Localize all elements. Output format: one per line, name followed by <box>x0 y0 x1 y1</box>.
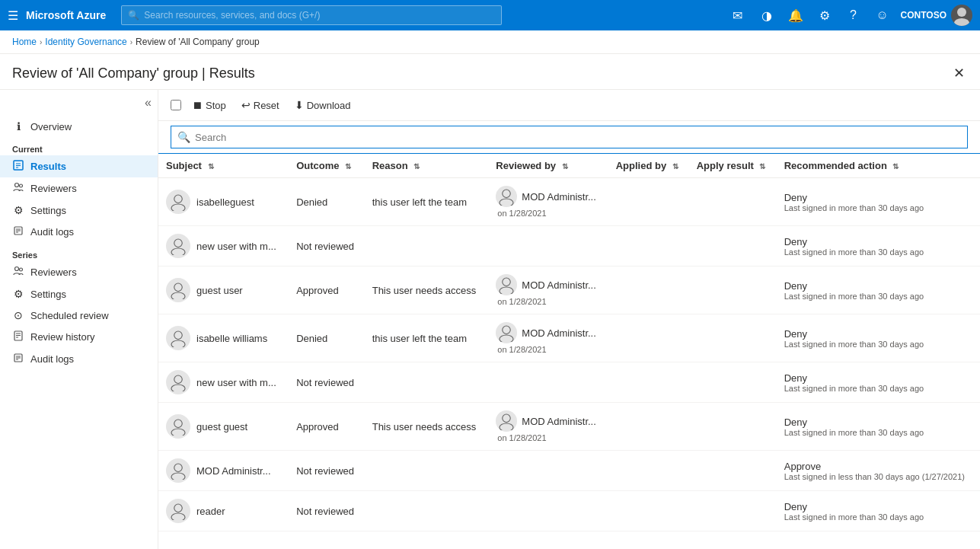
svg-point-32 <box>174 331 183 340</box>
main-panel: ⏹ Stop ↩ Reset ⬇ Download 🔍 <box>158 90 980 549</box>
results-table: Subject ⇅ Outcome ⇅ Reason ⇅ <box>158 154 980 531</box>
cell-outcome: Not reviewed <box>289 362 365 403</box>
alerts-icon[interactable]: 🔔 <box>784 3 808 27</box>
cell-reason: This user needs access <box>365 403 489 451</box>
col-apply-result[interactable]: Apply result ⇅ <box>689 154 777 178</box>
sidebar-results-label: Results <box>30 161 66 172</box>
sidebar-collapse-button[interactable]: « <box>0 96 158 116</box>
cell-recommended-action: ApproveLast signed in less than 30 days … <box>777 451 980 491</box>
cell-applied-by <box>608 314 689 362</box>
subject-avatar <box>166 234 190 258</box>
search-input-wrapper: 🔍 <box>171 126 968 148</box>
stop-checkbox[interactable] <box>171 100 181 110</box>
sidebar-item-audit-current[interactable]: Audit logs <box>0 221 158 243</box>
rec-detail-label: Last signed in less than 30 days ago (1/… <box>784 472 972 481</box>
cell-outcome: Not reviewed <box>289 226 365 267</box>
series-section-label: Series <box>0 246 158 261</box>
global-search-bar[interactable]: 🔍 Search resources, services, and docs (… <box>121 5 502 25</box>
close-button[interactable]: ✕ <box>950 62 968 85</box>
settings-icon[interactable]: ⚙ <box>812 3 837 27</box>
subject-avatar <box>166 190 190 214</box>
cloud-shell-icon[interactable]: ◑ <box>755 3 779 27</box>
table-container: Subject ⇅ Outcome ⇅ Reason ⇅ <box>158 154 980 549</box>
feedback-icon[interactable]: ☺ <box>870 3 895 27</box>
svg-point-37 <box>171 385 185 391</box>
settings-current-icon: ⚙ <box>12 204 24 216</box>
stop-icon: ⏹ <box>192 99 203 111</box>
current-section-label: Current <box>0 140 158 155</box>
cell-recommended-action: DenyLast signed in more than 30 days ago <box>777 491 980 531</box>
sidebar-overview-label: Overview <box>30 121 72 132</box>
svg-point-12 <box>15 267 19 271</box>
breadcrumb-identity-governance[interactable]: Identity Governance <box>45 37 126 47</box>
subject-name: guest guest <box>196 421 247 432</box>
sidebar-item-review-history[interactable]: Review history <box>0 326 158 348</box>
col-reason[interactable]: Reason ⇅ <box>365 154 489 178</box>
reviewer-date: on 1/28/2021 <box>496 209 600 218</box>
col-subject[interactable]: Subject ⇅ <box>158 154 289 178</box>
cell-reviewed-by: MOD Administr...on 1/28/2021 <box>488 403 608 451</box>
stop-button[interactable]: ⏹ Stop <box>186 96 232 114</box>
top-nav: ☰ Microsoft Azure 🔍 Search resources, se… <box>0 0 980 30</box>
breadcrumb-home[interactable]: Home <box>12 37 37 47</box>
nav-icons: ✉ ◑ 🔔 ⚙ ? ☺ <box>726 3 895 27</box>
cell-outcome: Not reviewed <box>289 491 365 531</box>
subject-name: new user with m... <box>196 241 276 252</box>
svg-point-24 <box>503 190 511 198</box>
table-row: new user with m...Not reviewedDenyLast s… <box>158 362 980 403</box>
help-icon[interactable]: ? <box>841 3 866 27</box>
reviewer-avatar <box>496 322 517 343</box>
subject-avatar <box>166 414 190 439</box>
page-header: Review of 'All Company' group | Results … <box>0 54 980 90</box>
sidebar-settings-current-label: Settings <box>30 205 66 216</box>
cell-reason <box>365 451 489 491</box>
sidebar-item-reviewers-current[interactable]: Reviewers <box>0 177 158 199</box>
svg-point-33 <box>171 340 185 347</box>
table-row: isabelleguestDeniedthis user left the te… <box>158 178 980 226</box>
svg-point-39 <box>171 429 185 436</box>
download-button[interactable]: ⬇ Download <box>289 96 357 114</box>
settings-series-icon: ⚙ <box>12 288 24 300</box>
sidebar-item-scheduled-review[interactable]: ⊙ Scheduled review <box>0 305 158 326</box>
search-input[interactable] <box>195 132 961 143</box>
sidebar-item-reviewers-series[interactable]: Reviewers <box>0 261 158 283</box>
svg-point-6 <box>15 184 19 187</box>
cell-subject: guest user <box>158 267 289 314</box>
reset-button[interactable]: ↩ Reset <box>235 96 286 114</box>
col-applied-by[interactable]: Applied by ⇅ <box>608 154 689 178</box>
svg-point-40 <box>503 414 511 423</box>
sidebar-item-settings-current[interactable]: ⚙ Settings <box>0 199 158 221</box>
user-area[interactable]: CONTOSO <box>901 5 972 26</box>
svg-point-26 <box>174 239 183 247</box>
cell-recommended-action: DenyLast signed in more than 30 days ago <box>777 267 980 314</box>
col-outcome[interactable]: Outcome ⇅ <box>289 154 365 178</box>
sidebar-item-results[interactable]: Results <box>0 155 158 177</box>
cell-reviewed-by: MOD Administr...on 1/28/2021 <box>488 178 608 226</box>
reviewer-avatar <box>496 186 517 207</box>
svg-point-23 <box>171 204 185 211</box>
cell-apply-result <box>689 314 777 362</box>
page-title: Review of 'All Company' group | Results <box>12 65 255 81</box>
sidebar-item-settings-series[interactable]: ⚙ Settings <box>0 283 158 305</box>
cell-recommended-action: DenyLast signed in more than 30 days ago <box>777 362 980 403</box>
rec-detail-label: Last signed in more than 30 days ago <box>784 247 972 257</box>
cell-subject: guest guest <box>158 403 289 451</box>
col-recommended-action[interactable]: Recommended action ⇅ <box>777 154 980 178</box>
subject-name: isabelleguest <box>196 196 254 208</box>
sidebar-item-overview[interactable]: ℹ Overview <box>0 116 158 137</box>
hamburger-icon[interactable]: ☰ <box>8 8 18 23</box>
reviewer-name: MOD Administr... <box>522 279 596 291</box>
notifications-icon[interactable]: ✉ <box>726 3 750 27</box>
username-label: CONTOSO <box>901 10 946 21</box>
cell-reviewed-by <box>488 226 608 267</box>
sidebar: « ℹ Overview Current Results <box>0 90 158 549</box>
subject-avatar <box>166 458 190 483</box>
col-reviewed-by[interactable]: Reviewed by ⇅ <box>488 154 608 178</box>
reviewers-current-icon <box>12 182 24 195</box>
table-header-row: Subject ⇅ Outcome ⇅ Reason ⇅ <box>158 154 980 178</box>
sidebar-item-audit-series[interactable]: Audit logs <box>0 348 158 370</box>
svg-point-30 <box>503 278 511 286</box>
cell-subject: new user with m... <box>158 226 289 267</box>
cell-applied-by <box>608 403 689 451</box>
scheduled-review-icon: ⊙ <box>12 309 24 321</box>
